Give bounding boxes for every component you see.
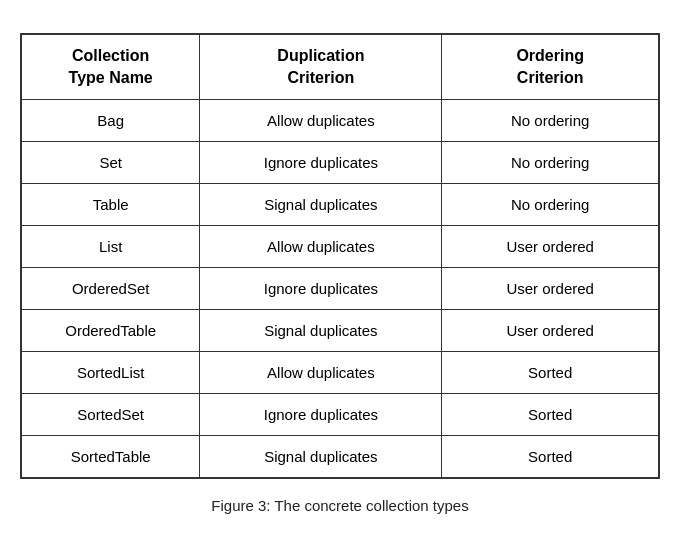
cell-duplication: Signal duplicates — [200, 436, 442, 478]
cell-type: Bag — [22, 100, 200, 142]
cell-ordering: Sorted — [442, 394, 659, 436]
cell-type: Set — [22, 142, 200, 184]
table-row: OrderedTableSignal duplicatesUser ordere… — [22, 310, 659, 352]
cell-duplication: Ignore duplicates — [200, 142, 442, 184]
cell-type: SortedSet — [22, 394, 200, 436]
page-wrapper: CollectionType Name DuplicationCriterion… — [20, 33, 660, 515]
cell-duplication: Allow duplicates — [200, 100, 442, 142]
cell-ordering: User ordered — [442, 226, 659, 268]
cell-ordering: No ordering — [442, 184, 659, 226]
table-container: CollectionType Name DuplicationCriterion… — [20, 33, 660, 480]
table-row: BagAllow duplicatesNo ordering — [22, 100, 659, 142]
table-caption: Figure 3: The concrete collection types — [211, 497, 468, 514]
table-row: ListAllow duplicatesUser ordered — [22, 226, 659, 268]
cell-duplication: Ignore duplicates — [200, 394, 442, 436]
cell-type: List — [22, 226, 200, 268]
collection-types-table: CollectionType Name DuplicationCriterion… — [21, 34, 659, 479]
cell-ordering: No ordering — [442, 100, 659, 142]
table-row: SortedSetIgnore duplicatesSorted — [22, 394, 659, 436]
cell-type: OrderedSet — [22, 268, 200, 310]
table-row: TableSignal duplicatesNo ordering — [22, 184, 659, 226]
table-row: SortedListAllow duplicatesSorted — [22, 352, 659, 394]
header-duplication: DuplicationCriterion — [200, 34, 442, 100]
table-row: SortedTableSignal duplicatesSorted — [22, 436, 659, 478]
cell-ordering: Sorted — [442, 352, 659, 394]
cell-ordering: User ordered — [442, 268, 659, 310]
cell-ordering: User ordered — [442, 310, 659, 352]
table-row: SetIgnore duplicatesNo ordering — [22, 142, 659, 184]
cell-duplication: Signal duplicates — [200, 310, 442, 352]
table-row: OrderedSetIgnore duplicatesUser ordered — [22, 268, 659, 310]
cell-type: SortedList — [22, 352, 200, 394]
header-ordering: OrderingCriterion — [442, 34, 659, 100]
cell-ordering: Sorted — [442, 436, 659, 478]
header-type: CollectionType Name — [22, 34, 200, 100]
cell-type: SortedTable — [22, 436, 200, 478]
cell-type: OrderedTable — [22, 310, 200, 352]
cell-duplication: Signal duplicates — [200, 184, 442, 226]
cell-duplication: Allow duplicates — [200, 352, 442, 394]
cell-duplication: Allow duplicates — [200, 226, 442, 268]
cell-ordering: No ordering — [442, 142, 659, 184]
header-row: CollectionType Name DuplicationCriterion… — [22, 34, 659, 100]
cell-duplication: Ignore duplicates — [200, 268, 442, 310]
cell-type: Table — [22, 184, 200, 226]
